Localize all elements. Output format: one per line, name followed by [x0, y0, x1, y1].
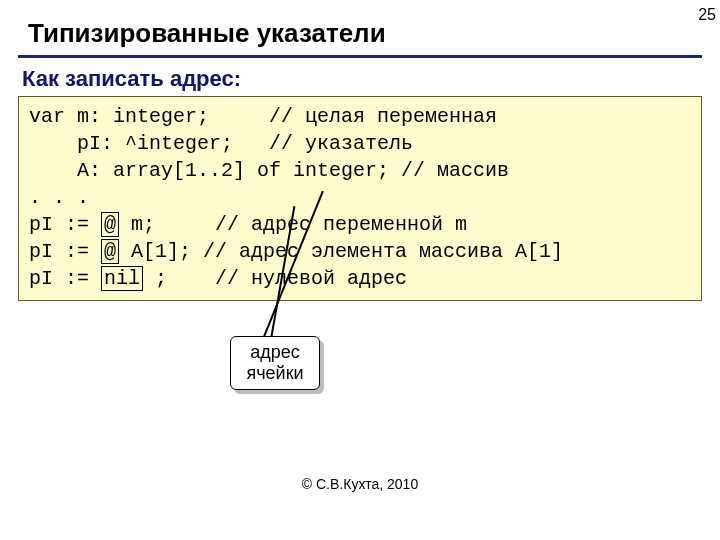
page-number: 25	[698, 6, 716, 24]
nil-keyword: nil	[101, 266, 143, 291]
code-l1a: var m: integer;	[29, 105, 269, 128]
at-symbol-2: @	[101, 239, 119, 264]
code-block: var m: integer; // целая переменная pI: …	[18, 96, 702, 301]
code-l6a: pI :=	[29, 240, 101, 263]
code-l6c: // адрес элемента массива A[1]	[203, 240, 563, 263]
callout-box: адрес ячейки	[230, 336, 320, 390]
callout-text: адрес ячейки	[246, 342, 303, 383]
slide-title: Типизированные указатели	[0, 0, 720, 55]
code-l5c: // адрес переменной m	[215, 213, 467, 236]
callout: адрес ячейки	[230, 336, 320, 390]
code-l4: . . .	[29, 186, 89, 209]
code-l7c: // нулевой адрес	[215, 267, 407, 290]
code-l1c: // целая переменная	[269, 105, 497, 128]
code-l6b: A[1];	[119, 240, 203, 263]
code-l7b: ;	[143, 267, 215, 290]
code-l7a: pI :=	[29, 267, 101, 290]
at-symbol-1: @	[101, 212, 119, 237]
code-l2a: pI: ^integer;	[29, 132, 269, 155]
title-rule	[18, 55, 702, 58]
subtitle: Как записать адрес:	[0, 66, 720, 96]
code-l5b: m;	[119, 213, 215, 236]
code-block-container: var m: integer; // целая переменная pI: …	[18, 96, 702, 301]
footer-copyright: © С.В.Кухта, 2010	[0, 476, 720, 492]
code-l2c: // указатель	[269, 132, 413, 155]
code-l5a: pI :=	[29, 213, 101, 236]
code-l3a: A: array[1..2] of integer;	[29, 159, 401, 182]
code-l3c: // массив	[401, 159, 509, 182]
